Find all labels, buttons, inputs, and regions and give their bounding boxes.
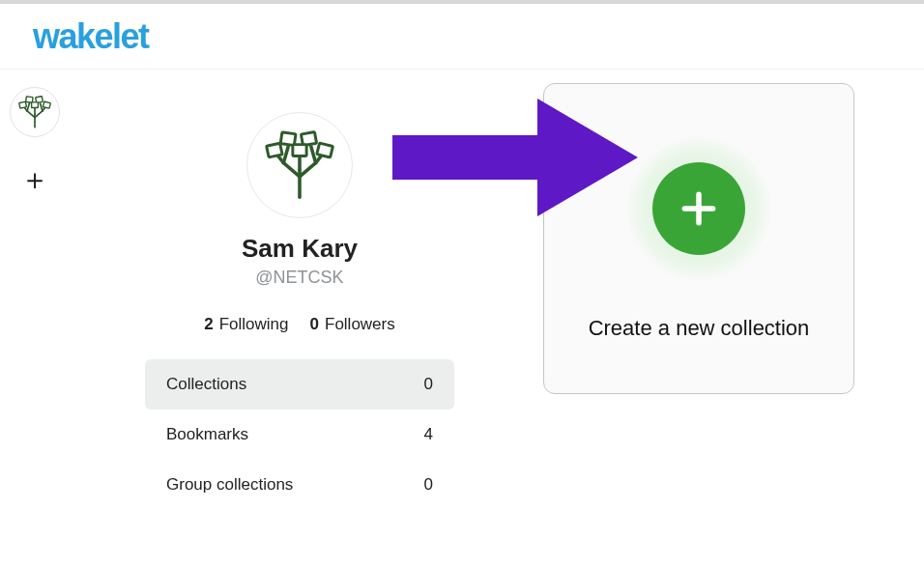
profile-panel: Sam Kary @NETCSK 2Following 0Followers C…	[145, 112, 454, 510]
svg-rect-4	[32, 102, 39, 108]
wakelet-logo[interactable]: wakelet	[33, 16, 149, 57]
create-collection-card[interactable]: Create a new collection	[543, 83, 854, 394]
profile-display-name: Sam Kary	[242, 234, 358, 264]
svg-rect-5	[267, 143, 282, 157]
svg-rect-9	[293, 145, 306, 156]
avatar[interactable]	[246, 112, 353, 218]
following-label: Following	[219, 315, 289, 333]
follow-stats-row: 2Following 0Followers	[204, 315, 395, 334]
tab-count: 4	[424, 425, 433, 444]
svg-rect-3	[43, 101, 50, 108]
tab-count: 0	[424, 375, 433, 394]
tab-group-collections[interactable]: Group collections 0	[145, 460, 454, 510]
tab-collections[interactable]: Collections 0	[145, 359, 454, 410]
tab-bookmarks[interactable]: Bookmarks 4	[145, 410, 454, 460]
svg-rect-8	[317, 143, 333, 157]
sidebar: ＋	[0, 75, 70, 205]
following-count: 2	[204, 315, 213, 333]
sidebar-add-button[interactable]: ＋	[10, 155, 60, 205]
app-header: wakelet	[0, 4, 924, 70]
tab-count: 0	[424, 475, 433, 495]
followers-label: Followers	[325, 315, 395, 333]
profile-tabs: Collections 0 Bookmarks 4 Group collecti…	[145, 359, 454, 510]
plus-halo	[626, 136, 771, 281]
plus-icon	[678, 187, 720, 230]
following-link[interactable]: 2Following	[204, 315, 288, 334]
svg-rect-0	[19, 101, 27, 108]
create-collection-plus-button[interactable]	[652, 162, 745, 255]
profile-handle: @NETCSK	[255, 268, 343, 288]
plus-icon: ＋	[20, 165, 49, 194]
tab-label: Collections	[166, 375, 246, 394]
followers-count: 0	[310, 315, 319, 333]
tree-icon	[263, 128, 336, 202]
tab-label: Bookmarks	[166, 425, 248, 444]
tree-icon	[17, 95, 52, 129]
tab-label: Group collections	[166, 475, 293, 495]
sidebar-avatar-item[interactable]	[10, 87, 60, 137]
create-collection-label: Create a new collection	[589, 316, 810, 341]
followers-link[interactable]: 0Followers	[310, 315, 395, 334]
